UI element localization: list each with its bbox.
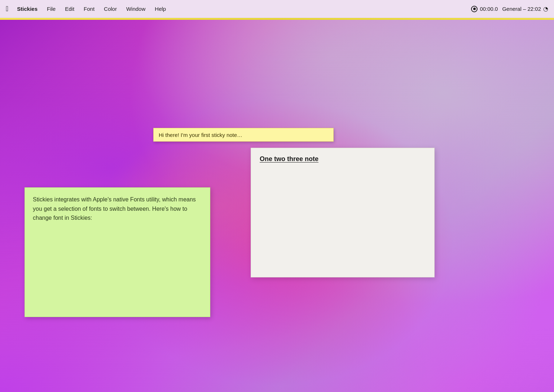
menubar-file[interactable]: File	[43, 4, 59, 13]
accent-line	[0, 18, 554, 20]
record-dot	[473, 8, 476, 10]
menubar-timer: 00:00.0	[471, 6, 498, 12]
menubar-right: 00:00.0 General – 22:02 ◔	[471, 5, 548, 12]
menubar:  Stickies File Edit Font Color Window H…	[0, 0, 554, 18]
menubar-app-name[interactable]: Stickies	[13, 4, 41, 13]
menubar-window[interactable]: Window	[123, 4, 149, 13]
menubar-color[interactable]: Color	[100, 4, 120, 13]
menubar-font[interactable]: Font	[80, 4, 98, 13]
timer-value: 00:00.0	[480, 6, 498, 12]
apple-menu-icon[interactable]: 	[6, 5, 8, 13]
menubar-edit[interactable]: Edit	[61, 4, 78, 13]
sticky-note-green[interactable]: Stickies integrates with Apple's native …	[25, 187, 210, 317]
sticky-note-white[interactable]: One two three note	[251, 148, 435, 277]
clock-icon: ◔	[543, 5, 548, 12]
menubar-help[interactable]: Help	[151, 4, 170, 13]
sticky-green-text: Stickies integrates with Apple's native …	[33, 195, 202, 223]
sticky-white-title: One two three note	[260, 155, 426, 163]
record-icon	[471, 6, 478, 12]
general-clock-label: General – 22:02	[502, 6, 541, 12]
sticky-yellow-text: Hi there! I'm your first sticky note…	[159, 132, 242, 138]
menubar-general-clock: General – 22:02 ◔	[502, 5, 548, 12]
sticky-note-yellow[interactable]: Hi there! I'm your first sticky note…	[153, 128, 334, 142]
menubar-left:  Stickies File Edit Font Color Window H…	[6, 4, 471, 13]
